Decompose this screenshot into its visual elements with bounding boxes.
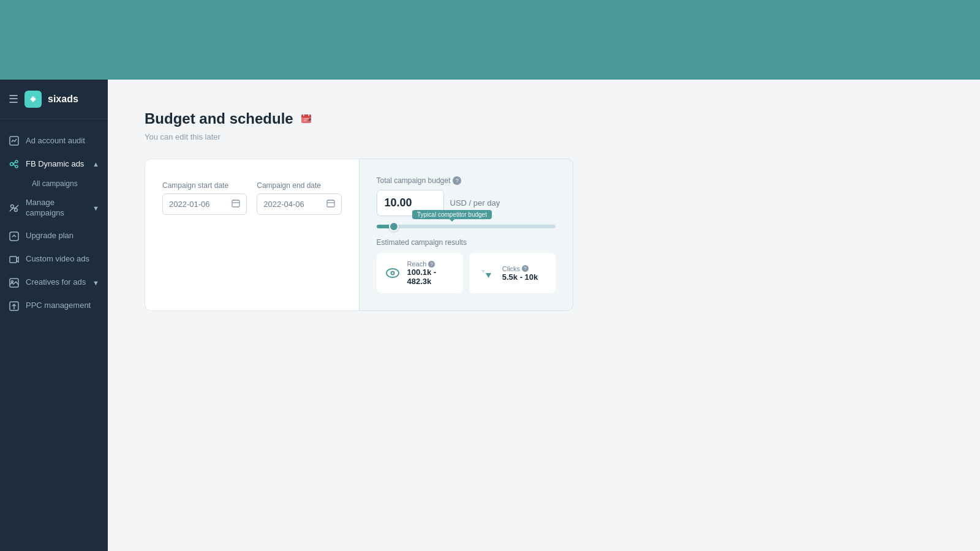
brand-name: sixads [48, 94, 78, 105]
campaign-start-field: Campaign start date 2022-01-06 [162, 181, 247, 215]
sidebar-item-manage-campaigns[interactable]: Manage campaigns ▼ [0, 192, 108, 225]
video-icon [9, 254, 20, 265]
budget-slider-track[interactable]: Typical competitor budget [377, 225, 556, 228]
svg-rect-19 [327, 200, 334, 207]
campaign-start-input[interactable]: 2022-01-06 [162, 193, 247, 215]
reach-value: 100.1k - 482.3k [407, 268, 456, 286]
svg-point-4 [15, 165, 18, 168]
svg-point-3 [15, 160, 18, 163]
manage-icon [9, 203, 20, 214]
sidebar-item-custom-video-ads[interactable]: Custom video ads [0, 248, 108, 271]
calendar-start-icon [232, 199, 240, 209]
sidebar-item-manage-campaigns-label: Manage campaigns [26, 198, 86, 219]
sidebar-submenu-fb-dynamic: All campaigns [0, 176, 108, 192]
sidebar-item-ad-account-audit[interactable]: Ad account audit [0, 129, 108, 152]
slider-tooltip: Typical competitor budget [412, 210, 492, 219]
slider-thumb[interactable] [389, 222, 399, 231]
campaign-end-input[interactable]: 2022-04-06 [257, 193, 341, 215]
page-title-row: Budget and schedule [145, 110, 943, 127]
svg-point-5 [11, 204, 14, 208]
svg-rect-8 [10, 257, 17, 263]
results-row: Reach ? 100.1k - 482.3k [377, 253, 556, 293]
sidebar-item-fb-dynamic-ads-label: FB Dynamic ads [26, 159, 86, 170]
svg-marker-24 [486, 273, 491, 278]
clicks-card: Clicks ? 5.5k - 10k [469, 253, 556, 293]
budget-unit: USD / per day [450, 198, 500, 208]
sidebar-item-creatives-for-ads[interactable]: Creatives for ads ▼ [0, 271, 108, 294]
budget-dates-panel: Campaign start date 2022-01-06 [145, 159, 359, 311]
sidebar-item-ppc-management-label: PPC management [26, 301, 99, 311]
page-title: Budget and schedule [145, 110, 293, 127]
date-fields-row: Campaign start date 2022-01-06 [162, 181, 342, 215]
upgrade-icon [9, 231, 20, 242]
chart-icon [9, 135, 20, 146]
campaign-end-value: 2022-04-06 [263, 200, 321, 209]
clicks-icon [477, 263, 496, 283]
clicks-value: 5.5k - 10k [502, 272, 538, 282]
reach-info: Reach ? 100.1k - 482.3k [407, 260, 456, 286]
top-bar [0, 0, 980, 80]
sidebar-item-custom-video-ads-label: Custom video ads [26, 254, 99, 264]
svg-rect-7 [10, 232, 18, 241]
svg-point-22 [391, 272, 393, 274]
dynamic-icon [9, 159, 20, 170]
reach-label: Reach ? [407, 260, 456, 268]
creatives-icon [9, 277, 20, 288]
chevron-up-icon: ▲ [92, 160, 99, 168]
sidebar-item-upgrade-plan[interactable]: Upgrade plan [0, 225, 108, 248]
ppc-icon [9, 301, 20, 312]
campaign-end-label: Campaign end date [257, 181, 341, 190]
sidebar-navigation: Ad account audit FB Dynamic ads ▲ All ca [0, 119, 108, 551]
edit-icon[interactable] [300, 112, 313, 126]
budget-panel: Total campaign budget ? USD / per day Ty… [359, 159, 574, 311]
sidebar-item-all-campaigns[interactable]: All campaigns [23, 176, 108, 192]
clicks-label: Clicks ? [502, 265, 538, 272]
svg-marker-23 [481, 270, 485, 273]
estimated-results-section: Estimated campaign results [377, 238, 556, 293]
sidebar-item-ppc-management[interactable]: PPC management [0, 294, 108, 318]
sidebar-item-creatives-for-ads-label: Creatives for ads [26, 277, 86, 288]
campaign-start-label: Campaign start date [162, 181, 247, 190]
clicks-info: Clicks ? 5.5k - 10k [502, 265, 538, 282]
menu-icon[interactable]: ☰ [9, 92, 18, 106]
svg-point-10 [12, 280, 13, 282]
clicks-info-icon[interactable]: ? [522, 265, 529, 272]
sidebar-item-fb-dynamic-ads[interactable]: FB Dynamic ads ▲ [0, 152, 108, 176]
budget-slider-container: Typical competitor budget [377, 225, 556, 228]
svg-rect-13 [301, 114, 311, 118]
svg-point-6 [15, 208, 18, 211]
svg-rect-18 [232, 200, 239, 207]
chevron-down-icon-creatives: ▼ [92, 279, 99, 287]
info-icon[interactable]: ? [453, 176, 461, 185]
reach-info-icon[interactable]: ? [428, 261, 435, 268]
svg-point-0 [32, 98, 35, 101]
calendar-end-icon [326, 199, 335, 209]
campaign-start-value: 2022-01-06 [169, 200, 227, 209]
chevron-down-icon: ▼ [92, 204, 99, 212]
sidebar-logo [24, 91, 42, 108]
page-subtitle: You can edit this later [145, 132, 943, 141]
svg-point-2 [10, 163, 13, 166]
total-budget-label: Total campaign budget ? [377, 176, 556, 185]
reach-icon [384, 263, 401, 283]
campaign-end-field: Campaign end date 2022-04-06 [257, 181, 341, 215]
sidebar-header: ☰ sixads [0, 80, 108, 119]
sidebar: ☰ sixads Ad account audit [0, 80, 108, 551]
sidebar-item-ad-account-audit-label: Ad account audit [26, 136, 99, 146]
main-content: Budget and schedule You can edit this la… [108, 80, 980, 551]
estimated-title: Estimated campaign results [377, 238, 556, 247]
sidebar-item-upgrade-plan-label: Upgrade plan [26, 231, 99, 241]
reach-card: Reach ? 100.1k - 482.3k [377, 253, 463, 293]
